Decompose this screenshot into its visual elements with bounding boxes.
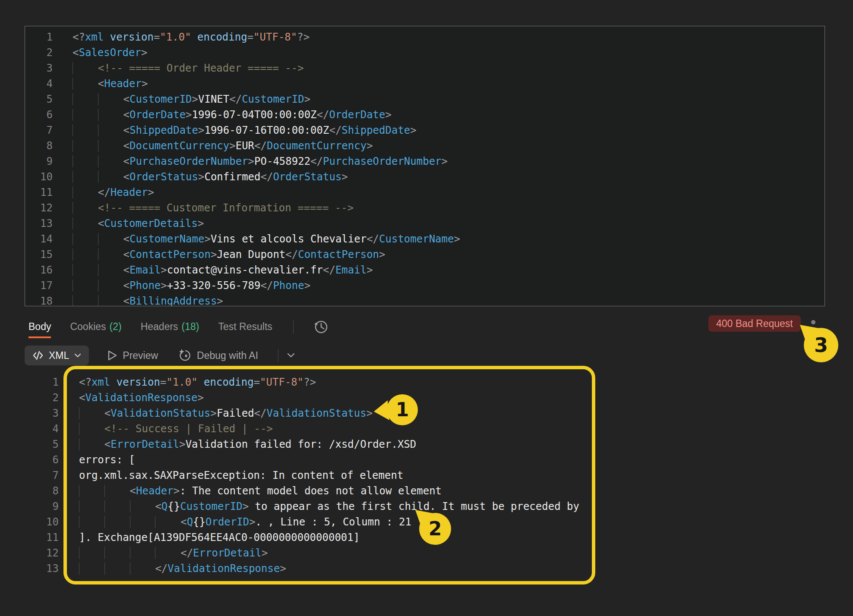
line-number: 3 (25, 60, 53, 76)
line-number: 12 (0, 545, 59, 561)
code-line: 3 <ValidationStatus>Failed</ValidationSt… (0, 405, 579, 421)
callout-balloon-2: 2 (413, 507, 454, 549)
line-number: 1 (25, 29, 53, 45)
code-line: 12 </ErrorDetail> (0, 545, 579, 561)
line-number: 8 (0, 483, 59, 499)
tab-test-results[interactable]: Test Results (218, 315, 272, 338)
debug-with-ai-button[interactable]: Debug with AI (178, 349, 258, 362)
headers-count-badge: (18) (182, 321, 199, 333)
response-toolbar: XML Preview Debug with AI (25, 346, 295, 365)
more-actions-chevron-icon[interactable] (287, 353, 295, 358)
preview-button[interactable]: Preview (107, 350, 158, 361)
code-line: 13 <CustomerDetails> (25, 216, 825, 231)
line-number: 1 (0, 374, 59, 390)
callout-2-number: 2 (429, 518, 442, 540)
line-number: 5 (0, 437, 59, 452)
line-number: 7 (0, 468, 59, 483)
line-number: 15 (25, 247, 53, 262)
line-number: 4 (0, 421, 59, 437)
line-number: 11 (0, 530, 59, 545)
tab-headers[interactable]: Headers (18) (141, 315, 199, 338)
response-body-viewer[interactable]: 1<?xml version="1.0" encoding="UTF-8"?>2… (0, 374, 579, 576)
line-number: 14 (25, 231, 53, 247)
preview-label: Preview (123, 350, 158, 361)
callout-balloon-1: 1 (372, 392, 420, 429)
debug-label: Debug with AI (197, 350, 258, 361)
code-line: 10 <Q{}OrderID>. , Line : 5, Column : 21 (0, 514, 579, 530)
code-line: 3 <!-- ===== Order Header ===== --> (25, 60, 825, 76)
line-number: 13 (25, 216, 53, 231)
line-number: 10 (25, 169, 53, 185)
code-line: 14 <CustomerName>Vins et alcools Chevali… (25, 231, 825, 247)
line-number: 4 (25, 76, 53, 91)
tab-cookies[interactable]: Cookies (2) (70, 315, 121, 338)
code-line: 7org.xml.sax.SAXParseException: In conte… (0, 468, 579, 483)
code-line: 17 <Phone>+33-320-556-789</Phone> (25, 278, 825, 293)
line-number: 2 (25, 45, 53, 60)
body-format-dropdown[interactable]: XML (25, 346, 89, 365)
line-number: 9 (0, 499, 59, 514)
code-line: 2<ValidationResponse> (0, 390, 579, 405)
code-line: 4 <!-- Success | Failed | --> (0, 421, 579, 437)
code-line: 4 <Header> (25, 76, 825, 91)
format-label: XML (49, 350, 69, 361)
code-line: 9 <PurchaseOrderNumber>PO-458922</Purcha… (25, 154, 825, 169)
line-number: 8 (25, 138, 53, 154)
code-line: 8 <DocumentCurrency>EUR</DocumentCurrenc… (25, 138, 825, 154)
status-badge: 400 Bad Request (708, 315, 801, 332)
code-line: 10 <OrderStatus>Confirmed</OrderStatus> (25, 169, 825, 185)
tab-cookies-label: Cookies (70, 321, 106, 333)
code-line: 12 <!-- ===== Customer Information =====… (25, 200, 825, 216)
line-number: 3 (0, 405, 59, 421)
callout-balloon-3: 3 (797, 322, 842, 367)
code-line: 18 <BillingAddress> (25, 293, 825, 306)
cookies-count-badge: (2) (110, 321, 122, 333)
code-line: 16 <Email>contact@vins-chevalier.fr</Ema… (25, 262, 825, 278)
play-icon (107, 350, 117, 361)
line-number: 13 (0, 561, 59, 576)
ai-sparkle-icon (178, 349, 192, 362)
code-line: 8 <Header>: The content model does not a… (0, 483, 579, 499)
history-icon[interactable] (313, 318, 329, 335)
chevron-down-icon (74, 353, 81, 358)
tab-test-results-label: Test Results (218, 321, 272, 333)
toolbar-divider (278, 349, 278, 362)
code-line: 5 <CustomerID>VINET</CustomerID> (25, 91, 825, 107)
code-line: 15 <ContactPerson>Jean Dupont</ContactPe… (25, 247, 825, 262)
request-body-editor[interactable]: 1<?xml version="1.0" encoding="UTF-8"?>2… (25, 26, 825, 306)
callout-3-number: 3 (814, 333, 828, 357)
code-line: 13 </ValidationResponse> (0, 561, 579, 576)
line-number: 16 (25, 262, 53, 278)
line-number: 10 (0, 514, 59, 530)
code-line: 9 <Q{}CustomerID> to appear as the first… (0, 499, 579, 514)
callout-1-number: 1 (396, 399, 409, 421)
line-number: 6 (25, 107, 53, 123)
code-line: 1<?xml version="1.0" encoding="UTF-8"?> (0, 374, 579, 390)
line-number: 17 (25, 278, 53, 293)
line-number: 18 (25, 293, 53, 306)
tabs-divider (293, 320, 294, 333)
line-number: 6 (0, 452, 59, 468)
code-line: 11 </Header> (25, 185, 825, 200)
tab-headers-label: Headers (141, 321, 178, 333)
code-line: 6errors: [ (0, 452, 579, 468)
app-window: { "colors": { "accent_orange": "#f26b3a"… (0, 0, 853, 616)
code-icon (32, 350, 44, 361)
tab-body[interactable]: Body (28, 315, 51, 338)
code-line: 6 <OrderDate>1996-07-04T00:00:00Z</Order… (25, 107, 825, 123)
line-number: 11 (25, 185, 53, 200)
code-line: 2<SalesOrder> (25, 45, 825, 60)
code-line: 1<?xml version="1.0" encoding="UTF-8"?> (25, 29, 825, 45)
tab-body-label: Body (28, 321, 51, 333)
code-line: 7 <ShippedDate>1996-07-16T00:00:00Z</Shi… (25, 123, 825, 138)
line-number: 2 (0, 390, 59, 405)
line-number: 12 (25, 200, 53, 216)
line-number: 9 (25, 154, 53, 169)
code-line: 5 <ErrorDetail>Validation failed for: /x… (0, 437, 579, 452)
code-line: 11]. Exchange[A139DF564EE4AC0-0000000000… (0, 530, 579, 545)
line-number: 5 (25, 91, 53, 107)
response-tabs: Body Cookies (2) Headers (18) Test Resul… (28, 315, 329, 338)
line-number: 7 (25, 123, 53, 138)
